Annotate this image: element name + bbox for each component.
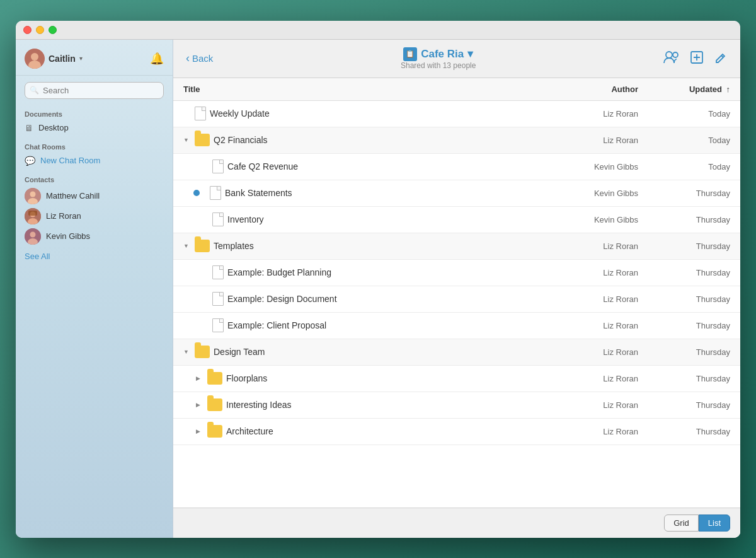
contact-avatar-matthew	[25, 188, 41, 204]
row-updated: Thursday	[648, 374, 730, 383]
file-icon	[195, 107, 206, 120]
workspace-title[interactable]: 📋 Cafe Ria ▾	[403, 47, 473, 61]
documents-section: Documents 🖥 Desktop	[16, 105, 173, 138]
contact-liz-roran[interactable]: Liz Roran	[25, 206, 164, 226]
new-indicator-dot	[193, 190, 200, 196]
chevron-down-icon: ▾	[79, 55, 83, 62]
col-title-header: Title	[183, 78, 547, 100]
back-button[interactable]: ‹ Back	[186, 52, 213, 65]
folder-icon	[207, 372, 222, 385]
expand-icon: ▶	[196, 375, 203, 381]
table-row[interactable]: Weekly Update Liz Roran Today	[173, 101, 740, 127]
grid-view-button[interactable]: Grid	[664, 514, 699, 532]
sidebar: Caitlin ▾ 🔔 🔍 Documents 🖥 Desktop	[16, 40, 173, 538]
panel-header: ‹ Back 📋 Cafe Ria ▾ Shared with 13 peopl…	[173, 40, 740, 78]
chatrooms-section: Chat Rooms 💬 New Chat Room	[16, 138, 173, 171]
expand-icon: ▼	[183, 349, 191, 355]
table-row[interactable]: ▶ Architecture Liz Roran Thursday	[173, 419, 740, 445]
row-updated: Thursday	[648, 189, 730, 198]
workspace-name: Cafe Ria	[421, 48, 464, 61]
svg-line-18	[721, 55, 723, 57]
table-row[interactable]: Cafe Q2 Revenue Kevin Gibbs Today	[173, 154, 740, 180]
documents-table: Title Author Updated ↑ Weekly Update Liz…	[173, 78, 740, 508]
contact-kevin-gibbs[interactable]: Kevin Gibbs	[25, 226, 164, 247]
row-updated: Thursday	[648, 321, 730, 330]
folder-icon	[195, 240, 210, 252]
row-title: Q2 Financials	[214, 135, 268, 145]
table-row[interactable]: Example: Client Proposal Liz Roran Thurs…	[173, 313, 740, 339]
row-title: Example: Client Proposal	[227, 320, 326, 330]
row-updated: Thursday	[648, 294, 730, 304]
maximize-button[interactable]	[49, 26, 57, 34]
row-author: Liz Roran	[547, 321, 648, 330]
table-row[interactable]: ▼ Q2 Financials Liz Roran Today	[173, 127, 740, 154]
avatar	[25, 49, 45, 69]
file-icon	[212, 160, 224, 173]
row-title-cell: Bank Statements	[183, 181, 547, 205]
row-updated: Thursday	[648, 427, 730, 436]
row-title-cell: Example: Client Proposal	[183, 313, 547, 337]
row-author: Liz Roran	[547, 427, 648, 436]
row-title-cell: Example: Design Document	[183, 287, 547, 311]
header-center: 📋 Cafe Ria ▾ Shared with 13 people	[401, 47, 476, 70]
row-title: Floorplans	[226, 373, 267, 383]
table-row[interactable]: ▼ Templates Liz Roran Thursday	[173, 233, 740, 260]
svg-point-1	[31, 53, 38, 61]
col-updated-header: Updated ↑	[648, 78, 730, 100]
svg-point-11	[30, 231, 36, 237]
row-title: Design Team	[214, 347, 265, 357]
notification-bell-icon[interactable]: 🔔	[150, 52, 164, 66]
table-header: Title Author Updated ↑	[173, 78, 740, 101]
user-name: Caitlin	[49, 54, 76, 64]
edit-icon[interactable]	[714, 50, 728, 67]
row-title-cell: ▼ Templates	[183, 235, 547, 257]
new-chat-room-label: New Chat Room	[40, 156, 100, 165]
col-author-header: Author	[547, 78, 648, 100]
table-row[interactable]: Example: Budget Planning Liz Roran Thurs…	[173, 260, 740, 286]
table-row[interactable]: ▼ Design Team Liz Roran Thursday	[173, 339, 740, 366]
close-button[interactable]	[23, 26, 32, 34]
svg-point-13	[666, 52, 672, 58]
window-titlebar	[16, 21, 740, 40]
add-document-icon[interactable]	[690, 50, 704, 67]
header-actions	[663, 50, 728, 67]
people-icon[interactable]	[663, 50, 680, 67]
folder-icon	[195, 346, 210, 358]
minimize-button[interactable]	[36, 26, 44, 34]
sidebar-item-desktop[interactable]: 🖥 Desktop	[25, 120, 164, 136]
traffic-lights	[23, 26, 57, 34]
row-author: Liz Roran	[547, 268, 648, 277]
expand-icon: ▼	[183, 137, 191, 143]
table-row[interactable]: Inventory Kevin Gibbs Thursday	[173, 207, 740, 233]
sidebar-item-new-chat-room[interactable]: 💬 New Chat Room	[25, 153, 164, 168]
list-view-button[interactable]: List	[699, 514, 730, 532]
see-all-link[interactable]: See All	[16, 249, 173, 264]
row-author: Liz Roran	[547, 136, 648, 145]
row-updated: Today	[648, 162, 730, 171]
contact-matthew-cahill[interactable]: Matthew Cahill	[25, 186, 164, 206]
expand-icon: ▶	[196, 428, 203, 434]
row-title: Inventory	[227, 214, 264, 224]
table-row[interactable]: ▶ Floorplans Liz Roran Thursday	[173, 366, 740, 392]
user-menu[interactable]: Caitlin ▾	[25, 49, 83, 69]
row-author: Liz Roran	[547, 400, 648, 410]
row-updated: Thursday	[648, 268, 730, 277]
right-panel: ‹ Back 📋 Cafe Ria ▾ Shared with 13 peopl…	[173, 40, 740, 538]
table-row[interactable]: ▶ Interesting Ideas Liz Roran Thursday	[173, 392, 740, 419]
row-title: Bank Statements	[225, 188, 292, 198]
table-row[interactable]: Example: Design Document Liz Roran Thurs…	[173, 286, 740, 313]
expand-icon: ▶	[196, 402, 203, 408]
avatar-image	[25, 49, 45, 69]
back-chevron-icon: ‹	[186, 52, 190, 65]
row-updated: Thursday	[648, 400, 730, 410]
sort-arrow-icon: ↑	[726, 84, 731, 94]
table-row[interactable]: Bank Statements Kevin Gibbs Thursday	[173, 180, 740, 207]
row-updated: Thursday	[648, 241, 730, 251]
workspace-dropdown-icon: ▾	[467, 47, 473, 61]
workspace-subtitle: Shared with 13 people	[401, 61, 476, 70]
contact-avatar-kevin	[25, 228, 41, 245]
search-input[interactable]	[25, 82, 164, 99]
search-wrapper: 🔍	[25, 82, 164, 99]
row-updated: Today	[648, 109, 730, 119]
row-title: Cafe Q2 Revenue	[227, 161, 298, 171]
